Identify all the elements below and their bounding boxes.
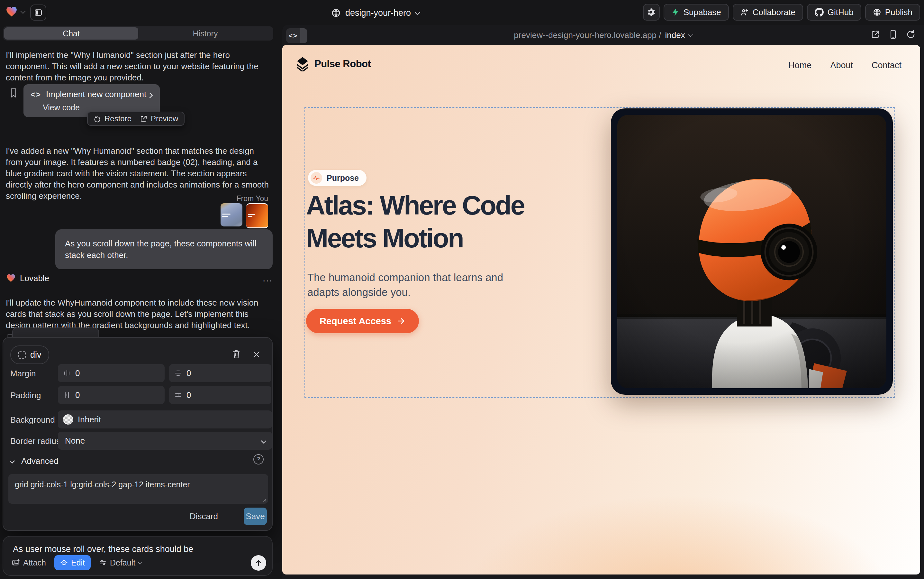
pulse-icon	[310, 172, 322, 184]
assistant-header: Lovable ...	[6, 273, 273, 284]
horizontal-padding-icon	[63, 391, 71, 399]
url-chevron-icon	[688, 32, 693, 37]
lovable-heart-icon	[6, 273, 16, 283]
restore-label: Restore	[104, 114, 132, 123]
tab-chat[interactable]: Chat	[4, 27, 138, 39]
bookmark-icon[interactable]	[10, 88, 17, 98]
github-label: GitHub	[828, 7, 854, 17]
collaborate-label: Collaborate	[753, 7, 795, 17]
supabase-button[interactable]: Supabase	[664, 4, 729, 21]
component-card-header: <> Implement new component	[31, 90, 146, 100]
attach-image-icon	[11, 558, 20, 567]
assistant-name: Lovable	[20, 273, 49, 283]
message-menu-button[interactable]: ...	[263, 273, 273, 284]
tab-history[interactable]: History	[138, 27, 272, 39]
send-button[interactable]	[251, 555, 266, 571]
padding-label: Padding	[10, 391, 41, 401]
component-card-title: Implement new component	[46, 90, 146, 100]
preview-pane: <> preview--design-your-hero.lovable.app…	[282, 25, 924, 579]
request-access-label: Request Access	[320, 316, 391, 327]
workspace-chevron-icon	[21, 9, 26, 14]
settings-button[interactable]	[643, 4, 660, 21]
preview-version-button[interactable]: Preview	[140, 114, 178, 123]
project-name: design-your-hero	[345, 8, 411, 18]
padding-x-input[interactable]: 0	[58, 386, 165, 404]
element-inspector-panel: div Margin 0 0 Padding 0 0 Background	[3, 337, 273, 531]
model-label: Default	[110, 558, 135, 568]
advanced-chevron-icon	[10, 458, 15, 463]
preview-url-host: preview--design-your-hero.lovable.app /	[514, 30, 661, 40]
external-link-icon	[871, 29, 880, 39]
attached-image-thumbnail[interactable]	[220, 203, 242, 226]
padding-y-input[interactable]: 0	[169, 386, 271, 404]
nav-home[interactable]: Home	[789, 61, 811, 70]
arrow-right-icon	[397, 317, 405, 325]
save-button[interactable]: Save	[244, 508, 267, 525]
composer-draft-text[interactable]: As user mouse roll over, these cards sho…	[13, 544, 193, 554]
horizontal-spacing-icon	[63, 369, 71, 377]
view-code-link[interactable]: View code	[43, 103, 80, 112]
edit-mode-button[interactable]: Edit	[54, 555, 91, 570]
phone-icon	[889, 29, 898, 39]
preview-url-selector[interactable]: preview--design-your-hero.lovable.app / …	[282, 25, 924, 45]
selected-element-chip[interactable]: div	[10, 345, 49, 364]
sliders-icon	[99, 559, 107, 566]
preview-toolbar: <> preview--design-your-hero.lovable.app…	[282, 25, 924, 45]
model-selector[interactable]: Default	[99, 558, 142, 568]
attached-image-thumbnail[interactable]	[246, 203, 268, 228]
transparency-swatch-icon	[63, 414, 73, 425]
margin-label: Margin	[10, 369, 36, 379]
margin-y-input[interactable]: 0	[169, 364, 271, 382]
refresh-icon	[906, 29, 916, 39]
restore-icon	[93, 115, 101, 123]
tailwind-classes-input[interactable]: grid grid-cols-1 lg:grid-cols-2 gap-12 i…	[8, 474, 268, 504]
select-chevron-icon	[261, 438, 266, 444]
border-radius-value: None	[65, 436, 85, 446]
assistant-message: I'll implement the "Why Humanoid" sectio…	[6, 49, 268, 83]
preview-label: Preview	[151, 114, 178, 123]
preview-website: Pulse Robot Home About Contact Purpose	[282, 45, 920, 574]
purpose-badge-label: Purpose	[327, 173, 359, 183]
selected-element-tag: div	[30, 350, 41, 360]
margin-x-value: 0	[75, 368, 80, 378]
edit-label: Edit	[71, 558, 85, 568]
collaborate-button[interactable]: Collaborate	[733, 4, 803, 21]
preview-toolbar-icons	[871, 29, 916, 39]
site-header: Pulse Robot Home About Contact	[282, 45, 920, 83]
close-panel-button[interactable]	[253, 351, 260, 358]
attach-label: Attach	[23, 558, 46, 568]
restore-button[interactable]: Restore	[93, 114, 132, 123]
nav-about[interactable]: About	[830, 61, 853, 70]
refresh-button[interactable]	[906, 29, 916, 39]
background-input[interactable]: Inherit	[58, 411, 272, 429]
margin-y-value: 0	[186, 368, 191, 378]
github-button[interactable]: GitHub	[807, 4, 861, 21]
hero-robot-card	[611, 108, 893, 395]
project-switcher[interactable]: design-your-hero	[331, 7, 420, 19]
user-message-bubble: As you scroll down the page, these compo…	[55, 229, 273, 269]
request-access-button[interactable]: Request Access	[306, 309, 419, 333]
pulse-robot-logo-icon	[296, 57, 309, 71]
lovable-heart-icon	[5, 6, 18, 18]
model-chevron-icon	[138, 560, 142, 564]
resize-handle[interactable]	[262, 497, 266, 502]
delete-element-button[interactable]	[232, 349, 240, 359]
border-radius-select[interactable]: None	[58, 432, 272, 450]
margin-x-input[interactable]: 0	[58, 364, 165, 382]
toggle-sidebar-button[interactable]	[30, 5, 46, 21]
expand-chevron-icon[interactable]	[147, 92, 153, 98]
help-icon[interactable]: ?	[253, 454, 264, 465]
composer-toolbar: Attach Edit Default	[11, 555, 142, 570]
discard-button[interactable]: Discard	[190, 512, 218, 522]
attach-button[interactable]: Attach	[11, 558, 46, 568]
site-nav: Home About Contact	[789, 61, 901, 70]
version-hover-actions: Restore Preview	[87, 111, 184, 126]
advanced-section-toggle[interactable]: Advanced	[10, 456, 59, 466]
nav-contact[interactable]: Contact	[872, 61, 901, 70]
lovable-home-button[interactable]	[5, 6, 25, 18]
open-in-new-tab-button[interactable]	[871, 29, 880, 39]
site-brand[interactable]: Pulse Robot	[296, 57, 371, 71]
publish-button[interactable]: Publish	[865, 4, 920, 21]
chat-composer[interactable]: As user mouse roll over, these cards sho…	[3, 536, 273, 576]
mobile-preview-button[interactable]	[889, 29, 898, 39]
